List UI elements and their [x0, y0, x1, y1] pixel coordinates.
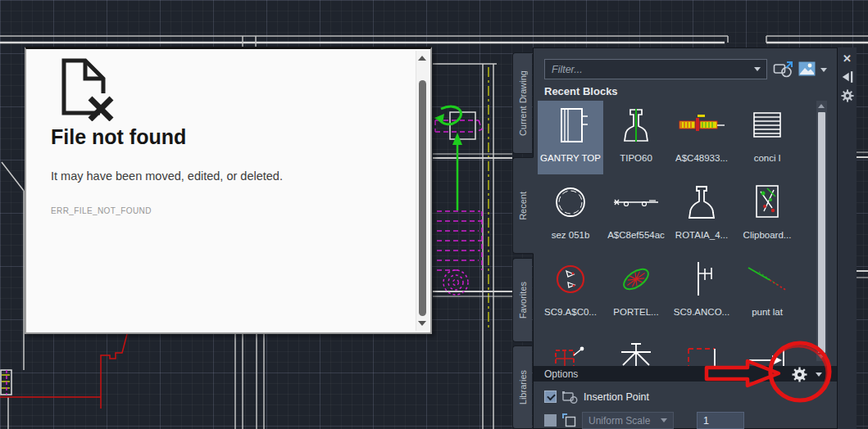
arrow_line-block-icon: [743, 332, 792, 368]
scroll-up-icon[interactable]: [418, 56, 426, 61]
palette-toolbar: [534, 48, 837, 84]
palette-tabs: Current Drawing Recent Favorites Librari…: [512, 47, 533, 429]
block-item[interactable]: SC9.ANCO...: [669, 255, 734, 328]
dialog-scrollbar-thumb[interactable]: [419, 80, 426, 316]
grid_red-block-icon: [546, 332, 595, 368]
scroll-up-icon[interactable]: [818, 104, 825, 108]
dialog-scrollbar[interactable]: [416, 51, 429, 331]
clipboard-block-icon: [743, 178, 792, 228]
asm_yellow-block-icon: [677, 101, 726, 151]
block-item[interactable]: sez 051b: [538, 178, 603, 251]
block-label: PORTEL...: [613, 307, 658, 317]
uniform-scale-icon: [562, 413, 576, 427]
close-icon[interactable]: ✕: [841, 52, 854, 65]
insertion-point-label: Insertion Point: [584, 391, 649, 403]
dialog-message: It may have been moved, edited, or delet…: [51, 169, 283, 183]
block-label: SC9.A$C0...: [544, 307, 597, 317]
file-not-found-dialog: File not found It may have been moved, e…: [25, 47, 432, 334]
block-label: sez 051b: [552, 230, 590, 240]
block-label: conci l: [754, 153, 781, 163]
insertion-point-checkbox[interactable]: [544, 391, 557, 403]
file-error-icon: [51, 54, 118, 121]
block-item[interactable]: [538, 332, 603, 368]
block-label: A$C8ef554ac: [607, 230, 665, 240]
block-label: ROTAIA_4...: [675, 230, 728, 240]
rail_green-block-icon: [611, 101, 661, 151]
scale-caret-icon: [661, 418, 667, 422]
scale-value-input[interactable]: [697, 412, 744, 429]
blocks-scrollbar[interactable]: [816, 101, 827, 361]
filter-combobox[interactable]: [544, 59, 767, 79]
block-label: Clipboard...: [743, 230, 792, 240]
block-item[interactable]: GANTRY TOP: [538, 101, 603, 174]
rect_dash-block-icon: [677, 332, 726, 368]
block-item[interactable]: PORTEL...: [603, 255, 669, 328]
cad-canvas[interactable]: File not found It may have been moved, e…: [0, 0, 868, 429]
options-panel: Insertion Point Uniform Scale: [534, 382, 837, 428]
leaf-block-icon: [611, 255, 661, 305]
options-gear-icon[interactable]: [792, 367, 807, 382]
options-caret-icon[interactable]: [816, 373, 822, 377]
insert-block-icon[interactable]: [773, 61, 795, 79]
rail-block-icon: [677, 178, 726, 228]
tab-recent[interactable]: Recent: [512, 157, 534, 254]
tab-favorites[interactable]: Favorites: [512, 258, 532, 342]
block-item[interactable]: SC9.A$C0...: [538, 255, 603, 328]
blocks-grid: GANTRY TOPTIPO60A$C48933...conci lsez 05…: [538, 99, 815, 368]
block-label: punt lat: [752, 307, 783, 317]
tab-libraries[interactable]: Libraries: [512, 345, 532, 429]
filter-caret-icon[interactable]: [754, 67, 761, 71]
block-label: SC9.ANCO...: [674, 307, 729, 317]
gantry-block-icon: [546, 101, 595, 151]
block-label: A$C48933...: [675, 153, 728, 163]
blocks-scrollbar-thumb[interactable]: [818, 112, 825, 353]
palette-titlebar: ✕: [838, 47, 857, 429]
blocks-palette: Current Drawing Recent Favorites Librari…: [512, 47, 857, 429]
palette-body: Recent Blocks GANTRY TOPTIPO60A$C48933..…: [533, 47, 838, 429]
beam-block-icon: [611, 178, 661, 228]
block-item[interactable]: Clipboard...: [734, 178, 800, 251]
diag-block-icon: [743, 255, 792, 305]
thumbnail-view-icon[interactable]: [798, 61, 816, 76]
block-item[interactable]: TIPO60: [603, 101, 669, 174]
options-header-label: Options: [544, 368, 578, 380]
block-item[interactable]: [734, 332, 800, 368]
scroll-down-icon[interactable]: [418, 321, 426, 326]
block-item[interactable]: A$C48933...: [669, 101, 734, 174]
block-item[interactable]: conci l: [734, 101, 800, 174]
circle_seg-block-icon: [546, 178, 595, 228]
tree-block-icon: [611, 332, 661, 368]
block-item[interactable]: ROTAIA_4...: [669, 178, 734, 251]
block-item[interactable]: A$C8ef554ac: [603, 178, 669, 251]
properties-gear-icon[interactable]: [841, 89, 854, 102]
red_circle-block-icon: [546, 255, 595, 305]
view-options-caret-icon[interactable]: [820, 68, 827, 72]
conci-block-icon: [743, 101, 792, 151]
tab-current-drawing[interactable]: Current Drawing: [512, 52, 532, 154]
block-item[interactable]: [669, 332, 734, 368]
block-item[interactable]: [603, 332, 669, 368]
insertion-point-icon: [562, 390, 578, 404]
block-item[interactable]: punt lat: [734, 255, 800, 328]
block-label: GANTRY TOP: [540, 153, 601, 163]
scroll-down-icon[interactable]: [818, 354, 825, 359]
block-label: TIPO60: [620, 153, 652, 163]
auto-hide-pin-icon[interactable]: [841, 70, 854, 84]
filter-input[interactable]: [545, 64, 754, 75]
dialog-error-code: ERR_FILE_NOT_FOUND: [51, 206, 152, 215]
section-title: Recent Blocks: [544, 85, 837, 97]
dialog-title: File not found: [51, 125, 186, 149]
anchor-block-icon: [677, 255, 726, 305]
options-header-bar[interactable]: Options: [534, 366, 837, 382]
insertion-point-row: Insertion Point: [544, 390, 837, 404]
uniform-scale-dropdown[interactable]: Uniform Scale: [582, 412, 674, 429]
scale-checkbox[interactable]: [544, 414, 557, 427]
scale-row: Uniform Scale: [544, 412, 837, 429]
